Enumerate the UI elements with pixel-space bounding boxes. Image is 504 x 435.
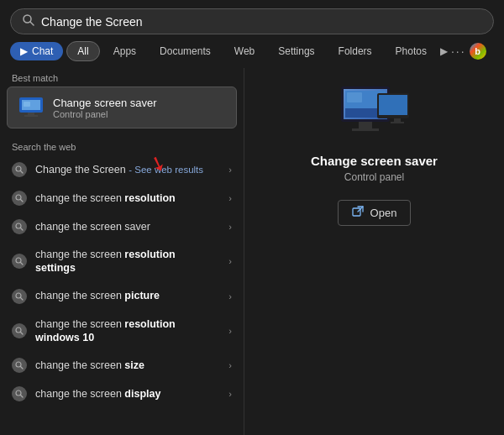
chevron-right-icon: › xyxy=(228,256,232,266)
list-item[interactable]: change the screen display › xyxy=(0,380,244,408)
tabs-arrow-icon[interactable]: ▶ xyxy=(440,45,448,57)
left-panel: Best match Change screen saver Cont xyxy=(0,68,244,435)
web-item-text: change the screen resolutionsettings xyxy=(35,248,220,275)
search-bar xyxy=(10,8,494,34)
open-link-icon xyxy=(352,206,364,220)
chat-icon: ▶ xyxy=(20,45,28,57)
list-item[interactable]: change the screen picture › xyxy=(0,282,244,311)
svg-rect-35 xyxy=(353,208,360,216)
tabs-more-icon[interactable]: ··· xyxy=(451,45,466,58)
open-button[interactable]: Open xyxy=(338,200,412,226)
best-match-icon xyxy=(18,94,45,121)
bing-icon[interactable]: b xyxy=(470,43,486,60)
web-items-list: Change the Screen - See web results › ch… xyxy=(0,155,244,408)
tab-documents-label: Documents xyxy=(160,45,211,57)
list-item[interactable]: change the screen resolution › xyxy=(0,184,244,212)
best-match-subtitle: Control panel xyxy=(53,109,157,119)
svg-line-14 xyxy=(21,263,24,265)
right-panel: Change screen saver Control panel Open xyxy=(244,68,504,435)
tab-chat[interactable]: ▶ Chat xyxy=(10,42,63,60)
list-item[interactable]: Change the Screen - See web results › xyxy=(0,155,244,184)
web-search-icon xyxy=(12,323,27,338)
svg-line-1 xyxy=(30,22,34,25)
chevron-right-icon: › xyxy=(228,165,232,175)
tab-apps-label: Apps xyxy=(113,45,136,57)
svg-line-20 xyxy=(21,367,24,369)
web-search-icon xyxy=(12,219,27,234)
svg-rect-28 xyxy=(359,122,372,128)
tab-documents[interactable]: Documents xyxy=(150,42,221,60)
svg-line-16 xyxy=(21,297,24,300)
tab-photos-label: Photos xyxy=(396,45,427,57)
svg-rect-33 xyxy=(391,122,404,123)
web-search-icon xyxy=(12,254,27,269)
svg-rect-34 xyxy=(347,92,362,102)
svg-rect-31 xyxy=(379,95,407,115)
chevron-right-icon: › xyxy=(228,326,232,336)
list-item[interactable]: change the screen saver › xyxy=(0,212,244,241)
web-search-icon xyxy=(12,289,27,304)
tab-web-label: Web xyxy=(234,45,255,57)
svg-rect-6 xyxy=(24,102,30,107)
svg-line-22 xyxy=(21,396,24,398)
main-content: Best match Change screen saver Cont xyxy=(0,68,504,435)
web-section-label: Search the web xyxy=(0,137,244,155)
web-search-icon xyxy=(12,386,27,401)
tab-settings-label: Settings xyxy=(278,45,314,57)
tab-apps[interactable]: Apps xyxy=(103,42,146,60)
preview-icon xyxy=(337,85,412,144)
tab-folders[interactable]: Folders xyxy=(328,42,382,60)
svg-line-10 xyxy=(21,200,24,202)
tab-folders-label: Folders xyxy=(339,45,372,57)
best-match-item[interactable]: Change screen saver Control panel xyxy=(7,86,237,128)
web-item-text: change the screen resolutionwindows 10 xyxy=(35,317,220,345)
svg-line-18 xyxy=(21,332,24,334)
web-item-text: change the screen display xyxy=(35,387,220,401)
list-item[interactable]: change the screen size › xyxy=(0,351,244,380)
web-search-icon xyxy=(12,191,27,206)
web-item-text: change the screen resolution xyxy=(35,191,220,205)
chevron-right-icon: › xyxy=(228,222,232,232)
web-item-text: change the screen size xyxy=(35,359,220,372)
chevron-right-icon: › xyxy=(228,360,232,370)
svg-rect-29 xyxy=(352,128,379,131)
svg-rect-5 xyxy=(24,115,38,117)
best-match-texts: Change screen saver Control panel xyxy=(53,97,157,119)
best-match-title: Change screen saver xyxy=(53,97,157,109)
best-match-label: Best match xyxy=(0,68,244,86)
chevron-right-icon: › xyxy=(228,193,232,203)
web-search-icon xyxy=(12,358,27,373)
list-item[interactable]: change the screen resolutionwindows 10 › xyxy=(0,311,244,352)
chevron-right-icon: › xyxy=(228,389,232,399)
web-item-text: Change the Screen - See web results xyxy=(35,163,220,176)
tab-photos[interactable]: Photos xyxy=(386,42,437,60)
svg-line-12 xyxy=(21,228,24,231)
tab-chat-label: Chat xyxy=(32,45,53,57)
tab-all[interactable]: All xyxy=(66,41,99,61)
tab-settings[interactable]: Settings xyxy=(268,42,324,60)
list-item[interactable]: change the screen resolutionsettings › xyxy=(0,241,244,282)
search-input[interactable] xyxy=(41,15,481,29)
preview-subtitle: Control panel xyxy=(344,171,404,183)
web-item-text: change the screen picture xyxy=(35,289,220,302)
tab-web[interactable]: Web xyxy=(224,42,265,60)
web-item-text: change the screen saver xyxy=(35,220,220,233)
web-search-icon xyxy=(12,162,27,177)
tabs-bar: ▶ Chat All Apps Documents Web Settings F… xyxy=(0,41,504,68)
chevron-right-icon: › xyxy=(228,291,232,301)
preview-title: Change screen saver xyxy=(311,154,438,168)
search-icon xyxy=(23,14,34,29)
app-container: ▶ Chat All Apps Documents Web Settings F… xyxy=(0,0,504,435)
tab-all-label: All xyxy=(77,45,88,57)
svg-rect-4 xyxy=(28,113,34,115)
svg-line-8 xyxy=(21,171,24,174)
open-button-label: Open xyxy=(370,207,397,219)
